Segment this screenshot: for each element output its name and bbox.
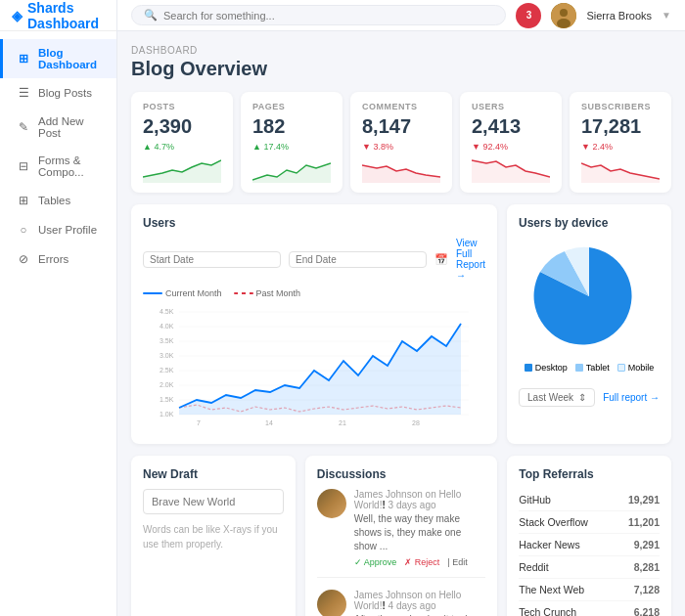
- discussion-content-1: James Johnson on Hello World!! 4 days ag…: [354, 590, 486, 616]
- chart-controls: 📅 View Full Report →: [143, 238, 485, 281]
- legend-past: Past Month: [234, 288, 301, 298]
- area-chart-svg: 4.5K 4.0K 3.5K 3.0K 2.5K 2.0K 1.5K 1.0K: [143, 302, 485, 429]
- draft-card: New Draft Words can be like X-rays if yo…: [131, 456, 296, 616]
- mini-chart: [143, 155, 221, 183]
- calendar-icon: 📅: [434, 253, 448, 266]
- ref-name-4: The Next Web: [519, 584, 584, 595]
- sidebar: ◈ Shards Dashboard ⊞ Blog Dashboard ☰ Bl…: [0, 0, 117, 616]
- stat-value: 8,147: [362, 115, 440, 138]
- stat-value: 2,413: [472, 115, 550, 138]
- svg-marker-28: [179, 324, 461, 415]
- ref-name-2: Hacker News: [519, 539, 579, 550]
- sidebar-item-add-post[interactable]: ✎ Add New Post: [0, 108, 116, 147]
- referral-row-1: Stack Overflow11,201: [519, 511, 660, 534]
- sidebar-item-label: Forms & Compo...: [38, 154, 103, 178]
- stat-chart-subscribers: [581, 155, 660, 183]
- mini-chart: [362, 155, 440, 183]
- avatar-image: [551, 3, 576, 28]
- sidebar-item-blog-dashboard[interactable]: ⊞ Blog Dashboard: [0, 39, 116, 78]
- svg-text:4.5K: 4.5K: [160, 308, 174, 315]
- sidebar-item-label: Blog Posts: [38, 87, 92, 99]
- main-area: 🔍 3 Sierra Brooks ▼ DASHBOARD Blog Overv…: [117, 0, 685, 616]
- discussion-avatar-0: [317, 489, 346, 518]
- sidebar-item-label: Blog Dashboard: [38, 47, 103, 70]
- notification-button[interactable]: 3: [516, 3, 541, 28]
- sidebar-item-label: Errors: [38, 253, 68, 265]
- sidebar-item-user-profile[interactable]: ○ User Profile: [0, 215, 116, 244]
- topbar: 🔍 3 Sierra Brooks ▼: [117, 0, 685, 31]
- sidebar-item-errors[interactable]: ⊘ Errors: [0, 244, 116, 274]
- svg-text:1.0K: 1.0K: [160, 411, 174, 418]
- home-icon: ⊞: [17, 52, 30, 66]
- chart-legend: Current Month Past Month: [143, 288, 485, 298]
- edit-button-0[interactable]: | Edit: [447, 557, 467, 567]
- users-chart-title: Users: [143, 216, 485, 230]
- search-bar[interactable]: 🔍: [131, 5, 506, 25]
- mini-chart: [581, 155, 660, 183]
- ref-count-2: 9,291: [634, 539, 660, 550]
- device-chart-title: Users by device: [519, 216, 660, 230]
- referral-row-0: GitHub19,291: [519, 489, 660, 511]
- sidebar-item-blog-posts[interactable]: ☰ Blog Posts: [0, 78, 116, 108]
- mini-chart: [472, 155, 550, 183]
- referral-row-3: Reddit8,281: [519, 556, 660, 579]
- discussion-item-1: James Johnson on Hello World!! 4 days ag…: [317, 590, 486, 616]
- referrals-title: Top Referrals: [519, 467, 660, 481]
- sidebar-item-forms[interactable]: ⊟ Forms & Compo...: [0, 147, 116, 186]
- draft-title: New Draft: [143, 467, 284, 481]
- svg-text:3.0K: 3.0K: [160, 352, 174, 359]
- full-report-link[interactable]: Full report →: [603, 392, 660, 403]
- stats-row: POSTS 2,390 ▲ 4.7% PAGES 182 ▲ 17.4%: [131, 92, 671, 193]
- svg-text:7: 7: [197, 419, 201, 426]
- referrals-list: GitHub19,291Stack Overflow11,201Hacker N…: [519, 489, 660, 616]
- stat-label: USERS: [472, 102, 550, 111]
- reject-button-0[interactable]: ✗ Reject: [404, 557, 439, 567]
- start-date-input[interactable]: [143, 251, 281, 268]
- device-footer: Last Week ⇕ Full report →: [519, 380, 660, 407]
- discussion-item-0: James Johnson on Hello World!! 3 days ag…: [317, 489, 486, 578]
- past-month-dot: [234, 292, 253, 294]
- page-title: Blog Overview: [131, 58, 671, 80]
- svg-marker-5: [362, 165, 440, 183]
- svg-text:2.0K: 2.0K: [160, 381, 174, 388]
- user-name: Sierra Brooks: [586, 10, 652, 22]
- app-logo: ◈ Shards Dashboard: [0, 0, 116, 31]
- form-icon: ⊟: [17, 159, 30, 173]
- stat-card-subscribers: SUBSCRIBERS 17,281 ▼ 2.4%: [570, 92, 671, 193]
- view-full-report-link[interactable]: View Full Report →: [456, 238, 485, 281]
- device-time-selector[interactable]: Last Week ⇕: [519, 388, 595, 407]
- file-icon: ☰: [17, 86, 30, 100]
- disc-actions-0: ✓ Approve ✗ Reject | Edit: [354, 557, 486, 567]
- svg-marker-6: [472, 160, 550, 183]
- error-icon: ⊘: [17, 252, 30, 266]
- avatar[interactable]: [551, 3, 576, 28]
- search-input[interactable]: [163, 10, 493, 22]
- plus-icon: ✎: [17, 120, 30, 134]
- sidebar-item-tables[interactable]: ⊞ Tables: [0, 186, 116, 215]
- bottom-row: New Draft Words can be like X-rays if yo…: [131, 456, 671, 616]
- sidebar-nav: ⊞ Blog Dashboard ☰ Blog Posts ✎ Add New …: [0, 31, 116, 616]
- disc-text-0: Well, the way they make shows is, they m…: [354, 512, 486, 553]
- tablet-legend: Tablet: [575, 363, 610, 373]
- stat-label: POSTS: [143, 102, 221, 111]
- svg-point-2: [557, 19, 571, 28]
- current-month-dot: [143, 292, 162, 294]
- stat-label: PAGES: [252, 102, 331, 111]
- stat-value: 2,390: [143, 115, 221, 138]
- stat-trend: ▼ 3.8%: [362, 142, 440, 152]
- svg-marker-4: [252, 163, 331, 183]
- approve-button-0[interactable]: ✓ Approve: [354, 557, 397, 567]
- disc-meta-0: James Johnson on Hello World!! 3 days ag…: [354, 489, 486, 510]
- stat-card-pages: PAGES 182 ▲ 17.4%: [241, 92, 342, 193]
- draft-body: Words can be like X-rays if you use them…: [143, 522, 284, 551]
- svg-text:28: 28: [412, 419, 420, 426]
- end-date-input[interactable]: [289, 251, 427, 268]
- ref-name-0: GitHub: [519, 494, 551, 506]
- user-dropdown-icon[interactable]: ▼: [662, 10, 671, 21]
- ref-name-1: Stack Overflow: [519, 516, 588, 528]
- svg-text:2.5K: 2.5K: [160, 367, 174, 374]
- notification-count: 3: [516, 3, 541, 28]
- draft-input[interactable]: [143, 489, 284, 514]
- ref-count-0: 19,291: [628, 494, 660, 506]
- desktop-color: [525, 364, 532, 372]
